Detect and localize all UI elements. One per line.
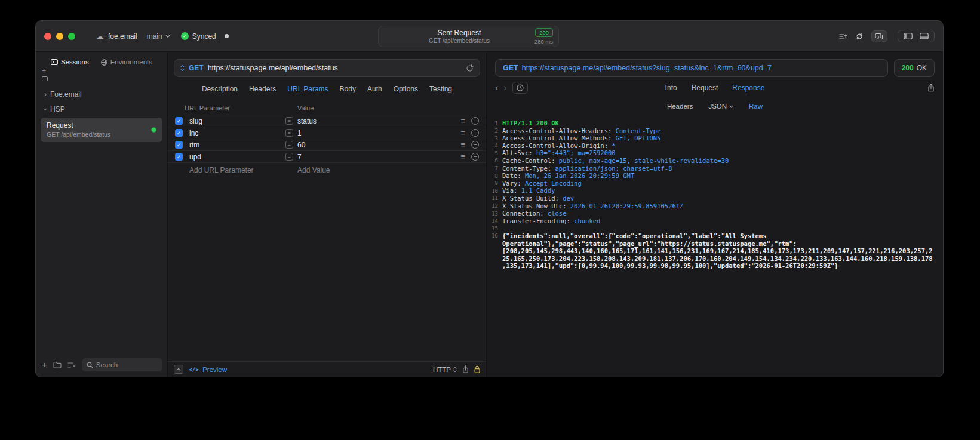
ssl-lock-icon[interactable] [474, 365, 480, 373]
collapse-items-button[interactable] [42, 76, 48, 81]
remove-param-button[interactable] [471, 141, 479, 149]
add-request-button[interactable]: + [42, 361, 47, 368]
param-value[interactable]: 60 [297, 141, 460, 149]
param-enabled-checkbox[interactable]: ✓ [175, 141, 183, 149]
app-window: ☁ foe.email main ✓ Synced Sent Request G… [35, 20, 944, 377]
remove-param-button[interactable] [471, 117, 479, 125]
request-method[interactable]: GET [189, 64, 204, 72]
response-code-line: 6Cache-Control: public, max-age=15, stal… [487, 157, 943, 165]
response-code-line: 15 [487, 224, 943, 232]
method-stepper-icon[interactable] [180, 64, 185, 72]
request-item-subtitle: GET /api/embed/status [47, 131, 110, 138]
request-editor-panel: GET https://statuspage.me/api/embed/stat… [168, 52, 487, 377]
history-clock-icon[interactable] [512, 82, 528, 94]
param-enabled-checkbox[interactable]: ✓ [175, 153, 183, 161]
sidebar-tabs: Sessions Environments [36, 52, 167, 72]
add-url-parameter-button[interactable]: Add URL Parameter [189, 166, 254, 174]
param-value[interactable]: 1 [297, 129, 460, 137]
line-number: 12 [487, 202, 502, 210]
reorder-handle-icon[interactable]: ≡ [460, 116, 465, 125]
tab-sessions[interactable]: Sessions [51, 59, 89, 66]
param-name[interactable]: upd [189, 153, 285, 161]
sync-status: ✓ Synced [181, 32, 216, 41]
tree-group-foe-email[interactable]: › Foe.email [36, 87, 167, 101]
toggle-sidebar-icon[interactable] [904, 33, 913, 39]
request-url-input[interactable]: https://statuspage.me/api/embed/status [208, 64, 462, 72]
url-param-row: ✓ rtm = 60 ≡ [168, 139, 486, 151]
tab-auth[interactable]: Auth [367, 85, 382, 93]
toggle-bottom-panel-icon[interactable] [920, 33, 929, 39]
code-preview-icon: </> [189, 366, 199, 373]
search-placeholder: Search [96, 361, 118, 368]
tab-options[interactable]: Options [394, 85, 418, 93]
param-name[interactable]: slug [189, 117, 285, 125]
sync-history-icon[interactable] [855, 33, 864, 40]
protocol-selector[interactable]: HTTP [433, 366, 457, 373]
export-response-icon[interactable] [927, 84, 935, 92]
param-name[interactable]: rtm [189, 141, 285, 149]
tab-response[interactable]: Response [732, 84, 764, 92]
param-name[interactable]: inc [189, 129, 285, 137]
line-number: 9 [487, 180, 502, 187]
param-enabled-checkbox[interactable]: ✓ [175, 129, 183, 137]
search-input[interactable]: Search [82, 358, 162, 371]
param-value[interactable]: 7 [297, 153, 460, 161]
add-value-button[interactable]: Add Value [297, 166, 330, 174]
params-table-header: URL Parameter Value [168, 101, 486, 115]
tab-description[interactable]: Description [202, 85, 238, 93]
param-value[interactable]: status [297, 117, 460, 125]
remove-param-button[interactable] [471, 153, 479, 161]
sent-request-url[interactable]: GET https://statuspage.me/api/embed/stat… [495, 59, 888, 77]
tab-environments[interactable]: Environments [101, 59, 152, 66]
subtab-headers[interactable]: Headers [667, 103, 693, 110]
url-params-table: URL Parameter Value ✓ slug = status ≡ ✓ … [168, 101, 486, 176]
add-item-button[interactable]: + [42, 68, 48, 74]
tab-environments-label: Environments [110, 59, 152, 66]
resend-request-icon[interactable] [466, 64, 474, 72]
response-code-line: 16{"incidents":null,"overall":{"code":"o… [487, 232, 943, 270]
line-number: 3 [487, 134, 502, 142]
response-code-line: 12X-Status-Now-Utc: 2026-01-26T20:29:59.… [487, 202, 943, 210]
reorder-handle-icon[interactable]: ≡ [460, 128, 465, 137]
sort-list-icon[interactable] [67, 362, 76, 368]
reorder-handle-icon[interactable]: ≡ [460, 140, 465, 149]
zoom-window-button[interactable] [68, 33, 75, 40]
minimize-window-button[interactable] [56, 33, 63, 40]
summary-title: Sent Request [384, 29, 534, 36]
sidebar-request-item[interactable]: Request GET /api/embed/status [41, 118, 162, 142]
remove-param-button[interactable] [471, 129, 479, 137]
reorder-handle-icon[interactable]: ≡ [460, 152, 465, 161]
history-back-button[interactable]: ‹ [495, 83, 498, 93]
branch-selector[interactable]: main [147, 32, 170, 41]
history-forward-button[interactable]: › [503, 83, 506, 93]
sent-request-summary[interactable]: Sent Request GET /api/embed/status 200 2… [378, 26, 559, 47]
chevron-down-icon: › [42, 108, 49, 110]
response-code-line: 7Content-Type: application/json; charset… [487, 165, 943, 173]
equals-icon: = [285, 117, 293, 125]
request-success-dot [151, 127, 156, 133]
swap-panels-icon[interactable] [871, 30, 887, 42]
tab-headers[interactable]: Headers [249, 85, 276, 93]
preview-button[interactable]: Preview [202, 366, 227, 373]
summary-method-path: GET /api/embed/status [384, 38, 534, 44]
line-number: 8 [487, 172, 502, 180]
tab-body[interactable]: Body [340, 85, 356, 93]
response-format-dropdown[interactable]: JSON [708, 103, 733, 110]
subtab-raw[interactable]: Raw [749, 103, 763, 110]
chevron-right-icon: › [44, 91, 47, 98]
import-export-icon[interactable] [839, 33, 847, 40]
response-raw-view[interactable]: 1HTTP/1.1 200 OK2Access-Control-Allow-He… [487, 114, 943, 377]
param-enabled-checkbox[interactable]: ✓ [175, 117, 183, 125]
tab-testing[interactable]: Testing [429, 85, 452, 93]
chevron-down-icon [729, 105, 733, 108]
tab-request[interactable]: Request [692, 84, 718, 92]
tab-info[interactable]: Info [665, 84, 677, 92]
close-window-button[interactable] [44, 33, 51, 40]
new-folder-icon[interactable] [53, 361, 62, 368]
tab-url-params[interactable]: URL Params [287, 85, 328, 93]
share-request-icon[interactable] [462, 365, 469, 373]
tree-group-hsp[interactable]: › HSP [36, 101, 167, 116]
toggle-console-icon[interactable] [174, 365, 183, 374]
request-url-bar[interactable]: GET https://statuspage.me/api/embed/stat… [174, 59, 480, 77]
column-header-parameter: URL Parameter [185, 104, 230, 112]
